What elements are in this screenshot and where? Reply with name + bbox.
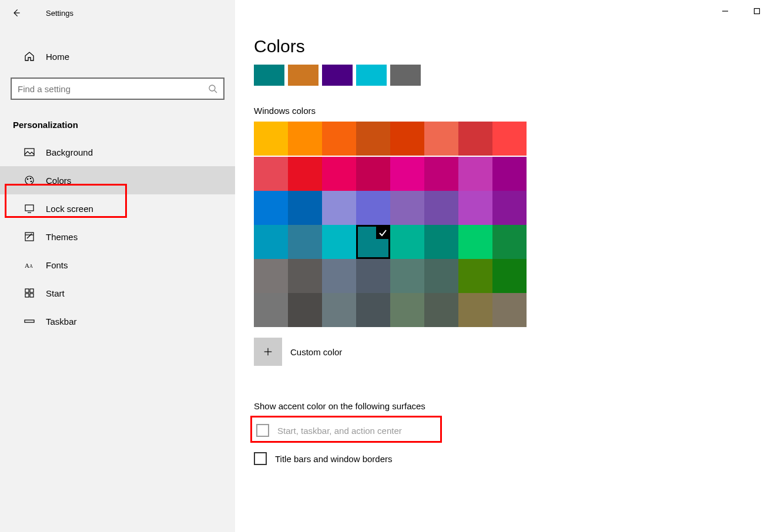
color-swatch[interactable] (390, 225, 424, 259)
themes-icon (24, 231, 35, 243)
svg-rect-20 (755, 9, 760, 14)
color-swatch[interactable] (390, 157, 424, 191)
checkbox-start-row: Start, taskbar, and action center (254, 422, 404, 439)
checkmark-icon (376, 226, 389, 239)
sidebar-item-colors[interactable]: Colors (0, 166, 235, 194)
start-icon (24, 287, 35, 299)
color-swatch[interactable] (356, 122, 390, 156)
taskbar-icon (24, 315, 35, 327)
checkbox-start (256, 424, 269, 437)
color-swatch[interactable] (322, 191, 356, 225)
color-swatch[interactable] (254, 191, 288, 225)
color-swatch[interactable] (390, 122, 424, 156)
lock-screen-icon (24, 203, 35, 214)
color-swatch[interactable] (322, 259, 356, 293)
color-swatch[interactable] (322, 293, 356, 327)
nav-home[interactable]: Home (0, 43, 235, 69)
color-swatch[interactable] (458, 225, 492, 259)
color-swatch[interactable] (492, 259, 527, 293)
search-input[interactable] (18, 84, 208, 94)
color-swatch[interactable] (492, 122, 527, 156)
checkbox-titlebars-label: Title bars and window borders (275, 454, 393, 464)
home-icon (24, 50, 35, 62)
color-swatch[interactable] (492, 157, 527, 191)
color-swatch[interactable] (492, 191, 527, 225)
sidebar-item-label: Taskbar (46, 316, 77, 326)
sidebar-item-label: Colors (46, 176, 71, 186)
color-swatch[interactable] (390, 293, 424, 327)
color-swatch[interactable] (458, 122, 492, 156)
color-swatch[interactable] (356, 157, 390, 191)
color-swatch[interactable] (356, 259, 390, 293)
color-swatch[interactable] (390, 259, 424, 293)
color-swatch[interactable] (356, 293, 390, 327)
minimize-button[interactable] (719, 7, 731, 15)
sidebar-item-taskbar[interactable]: Taskbar (0, 307, 235, 335)
section-heading: Personalization (13, 120, 235, 130)
sidebar-item-label: Start (46, 288, 65, 298)
color-grid (254, 122, 771, 327)
color-swatch[interactable] (322, 122, 356, 156)
color-swatch[interactable] (424, 225, 458, 259)
color-swatch[interactable] (424, 293, 458, 327)
sidebar-item-lock-screen[interactable]: Lock screen (0, 194, 235, 223)
color-swatch[interactable] (288, 225, 322, 259)
color-swatch[interactable] (424, 122, 458, 156)
color-swatch[interactable] (254, 259, 288, 293)
background-icon (24, 146, 35, 158)
sidebar-item-fonts[interactable]: AAFonts (0, 251, 235, 279)
color-swatch[interactable] (254, 225, 288, 259)
svg-rect-8 (25, 205, 33, 211)
checkbox-titlebars-row: Title bars and window borders (254, 452, 771, 465)
svg-point-1 (209, 85, 215, 91)
color-swatch[interactable] (322, 225, 356, 259)
svg-line-2 (214, 90, 217, 93)
color-swatch[interactable] (288, 157, 322, 191)
svg-rect-15 (30, 289, 33, 292)
color-swatch[interactable] (322, 157, 356, 191)
color-swatch[interactable] (288, 293, 322, 327)
color-swatch[interactable] (458, 293, 492, 327)
color-swatch[interactable] (458, 157, 492, 191)
svg-point-7 (31, 181, 32, 183)
color-swatch[interactable] (424, 157, 458, 191)
svg-rect-18 (25, 320, 34, 322)
recent-color-swatch[interactable] (288, 65, 319, 86)
sidebar-item-label: Themes (46, 232, 78, 242)
color-swatch[interactable] (492, 293, 527, 327)
sidebar-item-label: Background (46, 147, 93, 157)
back-button[interactable] (11, 7, 22, 19)
color-swatch[interactable] (458, 259, 492, 293)
search-box[interactable] (11, 78, 224, 100)
fonts-icon: AA (24, 259, 35, 271)
svg-rect-16 (25, 294, 29, 297)
color-swatch[interactable] (424, 259, 458, 293)
recent-color-swatch[interactable] (322, 65, 353, 86)
checkbox-titlebars[interactable] (254, 452, 267, 465)
color-swatch[interactable] (254, 293, 288, 327)
svg-text:A: A (29, 264, 33, 269)
svg-rect-10 (25, 233, 33, 241)
color-swatch[interactable] (288, 122, 322, 156)
color-swatch[interactable] (254, 157, 288, 191)
recent-color-swatch[interactable] (356, 65, 387, 86)
custom-color-button[interactable] (254, 338, 282, 366)
color-swatch[interactable] (424, 191, 458, 225)
recent-color-swatch[interactable] (254, 65, 284, 86)
color-swatch[interactable] (356, 191, 390, 225)
color-swatch[interactable] (356, 225, 390, 259)
color-swatch[interactable] (492, 225, 527, 259)
search-icon (208, 84, 217, 93)
sidebar-item-themes[interactable]: Themes (0, 223, 235, 251)
page-title: Colors (254, 36, 771, 56)
color-swatch[interactable] (288, 259, 322, 293)
color-swatch[interactable] (458, 191, 492, 225)
recent-color-swatch[interactable] (390, 65, 421, 86)
checkbox-start-label: Start, taskbar, and action center (277, 426, 402, 436)
sidebar-item-background[interactable]: Background (0, 138, 235, 166)
color-swatch[interactable] (254, 122, 288, 156)
sidebar-item-start[interactable]: Start (0, 279, 235, 307)
maximize-button[interactable] (751, 7, 763, 15)
color-swatch[interactable] (390, 191, 424, 225)
color-swatch[interactable] (288, 191, 322, 225)
